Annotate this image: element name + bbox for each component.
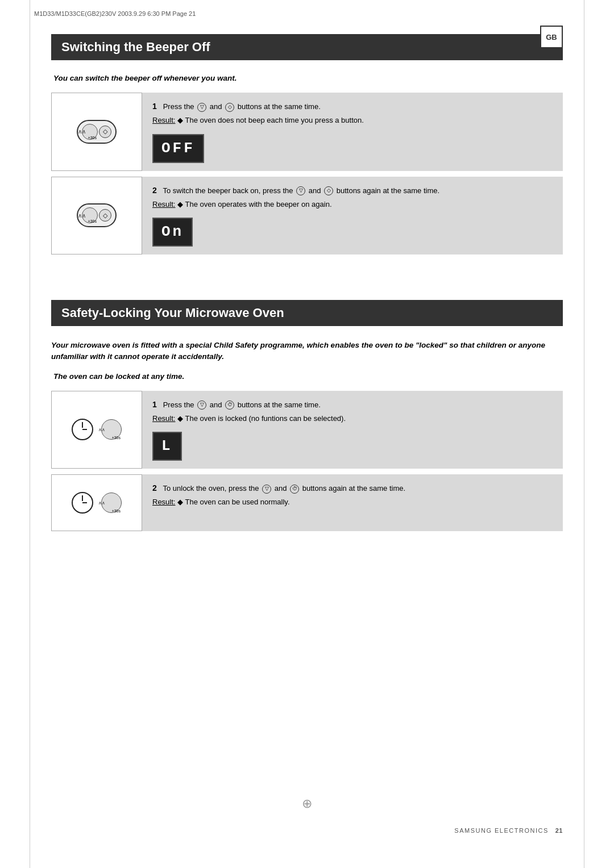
beeper-icon-ref-lock2: ▽ bbox=[262, 485, 271, 494]
beeper-step2-image: ∧∧ +30s ◇ bbox=[51, 177, 142, 255]
beeper-step2-instruction: 2 To switch the beeper back on, press th… bbox=[142, 177, 563, 255]
result-bullet-b1: ◆ bbox=[177, 116, 183, 124]
beeper-subtitle: You can switch the beeper off whenever y… bbox=[53, 74, 563, 82]
plus30-label2: +30s bbox=[88, 219, 97, 223]
plus30-label: +30s bbox=[88, 136, 97, 140]
sound-waves-icon2: ∧∧ bbox=[78, 212, 86, 219]
result-label-b1: Result: bbox=[152, 116, 175, 124]
header-text: M1D33/M1D33CE(GB2)230V 2003.9.29 6:30 PM… bbox=[34, 10, 196, 17]
result-label-b2: Result: bbox=[152, 200, 175, 208]
lock-step2-row: ∧∧ +30s 2 To unlock the oven, press the … bbox=[51, 474, 563, 531]
main-content: Switching the Beeper Off You can switch … bbox=[0, 17, 614, 582]
beeper-icon-ref2: ▽ bbox=[296, 186, 305, 195]
beeper-step1-row: ∧∧ +30s ◇ 1 Press the ▽ bbox=[51, 93, 563, 171]
clock-icon-ref-lock2: ⏱ bbox=[290, 485, 299, 494]
bottom-crosshair: ⊕ bbox=[302, 796, 312, 811]
lock-description: Your microwave oven is fitted with a spe… bbox=[51, 340, 563, 363]
beeper-display1: OFF bbox=[152, 134, 204, 163]
footer-brand: SAMSUNG ELECTRONICS bbox=[454, 827, 548, 834]
left-margin-line bbox=[30, 0, 30, 868]
beeper-icon-ref1: ▽ bbox=[197, 103, 206, 112]
beeper-step1-image: ∧∧ +30s ◇ bbox=[51, 93, 142, 171]
result-bullet-b2: ◆ bbox=[177, 200, 183, 208]
beeper-left-btn2: ∧∧ +30s bbox=[82, 207, 98, 223]
lock-step2-image: ∧∧ +30s bbox=[51, 474, 142, 531]
beeper-right-btn: ◇ bbox=[99, 126, 111, 138]
result-text-l1: The oven is locked (no funtions can be s… bbox=[185, 414, 346, 423]
chevron-icon2: ◇ bbox=[103, 212, 107, 219]
footer-page: 21 bbox=[555, 827, 563, 834]
clock-hand-h2 bbox=[82, 502, 87, 503]
lock-section-title: Safety-Locking Your Microwave Oven bbox=[51, 300, 563, 326]
result-label-l1: Result: bbox=[152, 414, 175, 423]
sound-icon-lock2: ∧∧ bbox=[98, 500, 105, 506]
result-label-l2: Result: bbox=[152, 498, 175, 506]
section-spacer bbox=[51, 272, 563, 300]
beeper-section-title: Switching the Beeper Off bbox=[51, 34, 563, 60]
clock-icon-large bbox=[72, 419, 93, 440]
beeper-icon-ref-lock1: ▽ bbox=[197, 400, 206, 410]
lock-step1-row: ∧∧ +30s 1 Press the ▽ and ⏱ buttons at t… bbox=[51, 391, 563, 469]
lock-step1-image: ∧∧ +30s bbox=[51, 391, 142, 469]
result-text-l2: The oven can be used normally. bbox=[185, 498, 289, 506]
plus30-lock1: +30s bbox=[112, 436, 121, 440]
beeper-display2: On bbox=[152, 218, 193, 247]
right-margin-line bbox=[584, 0, 584, 868]
beeper-left-btn: ∧∧ +30s bbox=[82, 124, 98, 140]
beeper-button-group: ∧∧ +30s ◇ bbox=[77, 120, 117, 144]
beeper-button-group2: ∧∧ +30s ◇ bbox=[77, 203, 117, 227]
beeper-step2-row: ∧∧ +30s ◇ 2 To switch the beeper back on… bbox=[51, 177, 563, 255]
result-text-b1: The oven does not beep each time you pre… bbox=[185, 116, 363, 124]
chevron-icon: ◇ bbox=[103, 128, 107, 135]
result-bullet-l1: ◆ bbox=[177, 414, 183, 423]
beeper-circle-lock1: ∧∧ +30s bbox=[101, 419, 122, 440]
page-wrapper: M1D33/M1D33CE(GB2)230V 2003.9.29 6:30 PM… bbox=[0, 0, 614, 868]
clock-hand-v2 bbox=[82, 495, 83, 501]
gb-badge: GB bbox=[540, 26, 563, 48]
plus30-lock2: +30s bbox=[112, 509, 121, 513]
clock-hand-v bbox=[82, 422, 83, 428]
footer: SAMSUNG ELECTRONICS 21 bbox=[0, 827, 614, 834]
lock-step2-instruction: 2 To unlock the oven, press the ▽ and ⏱ … bbox=[142, 474, 563, 531]
beeper-step1-instruction: 1 Press the ▽ and ◇ buttons at the same … bbox=[142, 93, 563, 171]
clock-hand-h bbox=[82, 429, 87, 430]
clock-icon-ref-lock1: ⏱ bbox=[225, 400, 234, 410]
result-text-b2: The oven operates with the beeper on aga… bbox=[185, 200, 331, 208]
sound-icon-lock1: ∧∧ bbox=[98, 427, 105, 432]
header-meta: M1D33/M1D33CE(GB2)230V 2003.9.29 6:30 PM… bbox=[0, 0, 614, 17]
beeper-right-btn2: ◇ bbox=[99, 209, 111, 222]
sound-waves-icon: ∧∧ bbox=[78, 128, 86, 135]
beeper-steps: ∧∧ +30s ◇ 1 Press the ▽ bbox=[51, 93, 563, 254]
result-bullet-l2: ◆ bbox=[177, 498, 183, 506]
clock-icon-large2 bbox=[72, 492, 93, 514]
lock-display1: L bbox=[152, 432, 182, 461]
clock-icon-ref1: ◇ bbox=[225, 103, 234, 112]
clock-icon-ref2: ◇ bbox=[324, 186, 333, 195]
beeper-circle-lock2: ∧∧ +30s bbox=[101, 493, 122, 513]
lock-subtitle: The oven can be locked at any time. bbox=[53, 372, 563, 381]
lock-steps: ∧∧ +30s 1 Press the ▽ and ⏱ buttons at t… bbox=[51, 391, 563, 532]
lock-step1-instruction: 1 Press the ▽ and ⏱ buttons at the same … bbox=[142, 391, 563, 469]
